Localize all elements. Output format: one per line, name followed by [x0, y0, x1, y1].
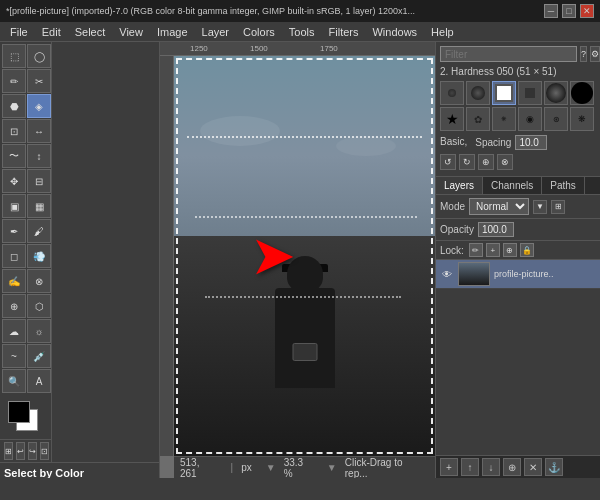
brush-filter-input[interactable]: [440, 46, 577, 62]
tool-bucket[interactable]: ▣: [2, 194, 26, 218]
brush-item-3[interactable]: [492, 81, 516, 105]
tool-scissors[interactable]: ✂: [27, 69, 51, 93]
menu-help[interactable]: Help: [425, 24, 460, 40]
tool-blend[interactable]: ▦: [27, 194, 51, 218]
tool-free-select[interactable]: ✏: [2, 69, 26, 93]
layer-name: profile-picture..: [494, 269, 596, 279]
canvas-area: 1250 1500 1750: [160, 42, 435, 478]
brush-category: Basic,: [440, 136, 467, 147]
menu-image[interactable]: Image: [151, 24, 194, 40]
tool-airbrush[interactable]: 💨: [27, 244, 51, 268]
tool-color-picker[interactable]: 💉: [27, 344, 51, 368]
canvas-content[interactable]: ➤: [174, 56, 435, 456]
redo-icon[interactable]: ↪: [28, 442, 37, 460]
brush-item-10[interactable]: ◉: [518, 107, 542, 131]
menu-filters[interactable]: Filters: [323, 24, 365, 40]
layer-raise-button[interactable]: ↑: [461, 458, 479, 476]
tool-clone[interactable]: ⊕: [2, 294, 26, 318]
tool-eraser[interactable]: ◻: [2, 244, 26, 268]
tool-crop[interactable]: ⊡: [2, 119, 26, 143]
spacing-label: Spacing: [475, 137, 511, 148]
brush-item-11[interactable]: ⊛: [544, 107, 568, 131]
brush-settings-icon[interactable]: ⚙: [590, 46, 600, 62]
zoom-fit-icon[interactable]: ⊡: [40, 442, 49, 460]
tool-perspective[interactable]: ⬡: [27, 294, 51, 318]
tool-move[interactable]: ✥: [2, 169, 26, 193]
brush-panel: ? ⚙ 2. Hardness 050 (51 × 51) ★ ✿ ⁕ ◉ ⊛: [436, 42, 600, 177]
brush-item-4[interactable]: [518, 81, 542, 105]
tab-paths[interactable]: Paths: [542, 177, 585, 194]
tool-dodge[interactable]: ☼: [27, 319, 51, 343]
brush-action-3[interactable]: ⊕: [478, 154, 494, 170]
brush-item-1[interactable]: [440, 81, 464, 105]
tool-paintbrush[interactable]: 🖌: [27, 219, 51, 243]
status-bar: 513, 261 | px ▼ 33.3 % ▼ Click-Drag to r…: [174, 456, 435, 478]
brush-item-2[interactable]: [466, 81, 490, 105]
layer-mode-extra[interactable]: ⊞: [551, 200, 565, 214]
layer-duplicate-button[interactable]: ⊕: [503, 458, 521, 476]
brush-action-4[interactable]: ⊗: [497, 154, 513, 170]
brush-action-2[interactable]: ↻: [459, 154, 475, 170]
layer-delete-button[interactable]: ✕: [524, 458, 542, 476]
brush-item-6[interactable]: [570, 81, 594, 105]
tab-layers[interactable]: Layers: [436, 177, 483, 194]
layer-add-button[interactable]: +: [440, 458, 458, 476]
window-controls: ─ □ ✕: [544, 4, 594, 18]
tool-ellipse-select[interactable]: ◯: [27, 44, 51, 68]
lock-alpha-icon[interactable]: +: [486, 243, 500, 257]
right-panel: ? ⚙ 2. Hardness 050 (51 × 51) ★ ✿ ⁕ ◉ ⊛: [435, 42, 600, 478]
tab-channels[interactable]: Channels: [483, 177, 542, 194]
brush-item-12[interactable]: ❋: [570, 107, 594, 131]
foreground-color-swatch[interactable]: [8, 401, 30, 423]
brush-item-9[interactable]: ⁕: [492, 107, 516, 131]
tool-rect-select[interactable]: ⬚: [2, 44, 26, 68]
tool-measure[interactable]: ↕: [27, 144, 51, 168]
tool-ink[interactable]: ✍: [2, 269, 26, 293]
lock-pixels-icon[interactable]: ✏: [469, 243, 483, 257]
menu-edit[interactable]: Edit: [36, 24, 67, 40]
maximize-button[interactable]: □: [562, 4, 576, 18]
brush-item-7[interactable]: ★: [440, 107, 464, 131]
tool-blur[interactable]: ☁: [2, 319, 26, 343]
menu-view[interactable]: View: [113, 24, 149, 40]
menu-windows[interactable]: Windows: [366, 24, 423, 40]
menu-file[interactable]: File: [4, 24, 34, 40]
menu-colors[interactable]: Colors: [237, 24, 281, 40]
minimize-button[interactable]: ─: [544, 4, 558, 18]
menu-tools[interactable]: Tools: [283, 24, 321, 40]
tool-align[interactable]: ⊟: [27, 169, 51, 193]
tool-text[interactable]: A: [27, 369, 51, 393]
tool-select-by-color[interactable]: ◈: [27, 94, 51, 118]
brush-item-5[interactable]: [544, 81, 568, 105]
person-body: [275, 288, 335, 388]
layer-mode-arrow[interactable]: ▼: [533, 200, 547, 214]
menu-select[interactable]: Select: [69, 24, 112, 40]
layer-item-1[interactable]: 👁 profile-picture..: [436, 260, 600, 289]
lock-all-icon[interactable]: 🔒: [520, 243, 534, 257]
layer-mode-select[interactable]: Normal Multiply Screen: [469, 198, 529, 215]
layers-list: 👁 profile-picture..: [436, 260, 600, 455]
menu-layer[interactable]: Layer: [196, 24, 236, 40]
spacing-input[interactable]: [515, 135, 547, 150]
new-image-icon[interactable]: ⊞: [4, 442, 13, 460]
brush-help-icon[interactable]: ?: [580, 46, 587, 62]
toolbox-area: ⬚ ◯ ✏ ✂ ⬣ ◈ ⊡ ↔ 〜 ↕ ✥ ⊟: [0, 42, 159, 462]
layer-anchor-button[interactable]: ⚓: [545, 458, 563, 476]
layer-lower-button[interactable]: ↓: [482, 458, 500, 476]
sky-layer: [174, 56, 435, 256]
tool-zoom[interactable]: 🔍: [2, 369, 26, 393]
brush-action-1[interactable]: ↺: [440, 154, 456, 170]
close-button[interactable]: ✕: [580, 4, 594, 18]
tool-fuzzy-select[interactable]: ⬣: [2, 94, 26, 118]
layer-visibility-toggle[interactable]: 👁: [440, 267, 454, 281]
tool-warp[interactable]: 〜: [2, 144, 26, 168]
tool-pencil[interactable]: ✒: [2, 219, 26, 243]
tool-transform[interactable]: ↔: [27, 119, 51, 143]
tool-smudge[interactable]: ~: [2, 344, 26, 368]
lock-position-icon[interactable]: ⊕: [503, 243, 517, 257]
hint-text: Click-Drag to rep...: [345, 457, 423, 479]
undo-icon[interactable]: ↩: [16, 442, 25, 460]
tool-heal[interactable]: ⊗: [27, 269, 51, 293]
opacity-input[interactable]: [478, 222, 514, 237]
brush-item-8[interactable]: ✿: [466, 107, 490, 131]
